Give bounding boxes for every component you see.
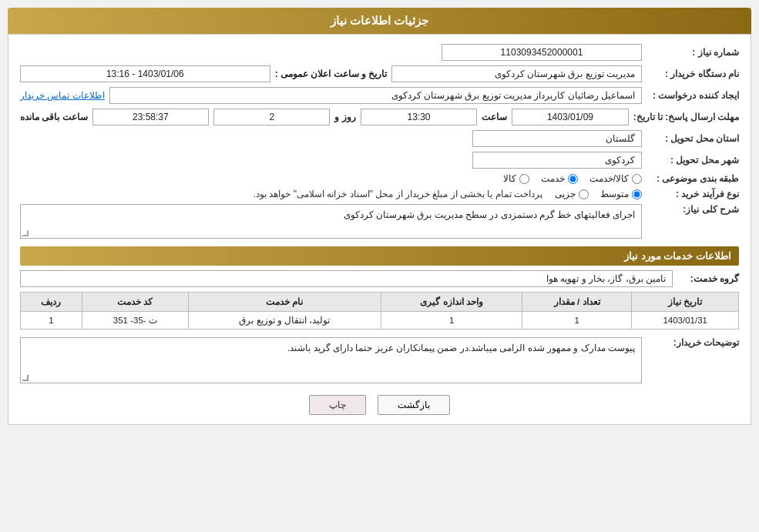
- category-goods-service-label: کالا/خدمت: [589, 173, 629, 184]
- deadline-time-label: ساعت: [482, 112, 507, 122]
- creator-row: ایجاد کننده درخواست : اسماعیل رضائیان کا…: [20, 87, 739, 104]
- need-desc-row: شرح کلی نیاز: اجرای فعالیتهای خط گرم دست…: [20, 204, 739, 239]
- resize-handle: [22, 230, 29, 236]
- org-name-value: مدیریت توزیع برق شهرستان کردکوی: [391, 65, 642, 82]
- contact-link[interactable]: اطلاعات تماس خریدار: [20, 90, 105, 101]
- date-value: 1403/01/06 - 13:16: [20, 65, 270, 82]
- purchase-type-medium-label: متوسط: [600, 189, 629, 199]
- purchase-type-row: نوع فرآیند خرید : متوسط جزیی پرداخت تمام…: [20, 189, 739, 199]
- deadline-days-label: روز و: [334, 112, 355, 122]
- purchase-type-medium: متوسط: [600, 189, 642, 199]
- buyer-notes-value: پیوست مدارک و ممهور شده الزامی میباشد.در…: [20, 337, 642, 383]
- table-header-row: تاریخ نیاز تعداد / مقدار واحد اندازه گیر…: [21, 293, 739, 312]
- purchase-type-label: نوع فرآیند خرید :: [646, 189, 739, 199]
- city-value: کردکوی: [472, 152, 642, 169]
- purchase-type-partial-radio[interactable]: [579, 189, 589, 199]
- main-card: شماره نیاز : 1103093452000001 نام دستگاه…: [8, 34, 751, 425]
- purchase-type-radio-group: متوسط جزیی: [555, 189, 642, 199]
- province-value: گلستان: [472, 130, 642, 147]
- deadline-remaining: 23:58:37: [92, 109, 209, 125]
- deadline-label: مهلت ارسال پاسخ: تا تاریخ:: [633, 112, 739, 122]
- service-group-label: گروه خدمت:: [677, 273, 739, 284]
- category-goods-label: کالا: [503, 173, 516, 184]
- cell-name: تولید، انتقال و توزیع برق: [188, 312, 381, 330]
- col-row-header: ردیف: [21, 293, 82, 312]
- buyer-notes-row: توضیحات خریدار: پیوست مدارک و ممهور شده …: [20, 337, 739, 383]
- province-label: استان محل تحویل :: [646, 133, 739, 144]
- button-row: بازگشت چاپ: [20, 395, 739, 415]
- col-count-header: تعداد / مقدار: [522, 293, 632, 312]
- purchase-type-partial: جزیی: [555, 189, 589, 199]
- category-goods-radio[interactable]: [519, 174, 529, 184]
- page-header: جزئیات اطلاعات نیاز: [8, 8, 751, 34]
- purchase-type-medium-radio[interactable]: [632, 189, 642, 199]
- col-unit-header: واحد اندازه گیری: [381, 293, 522, 312]
- service-group-value: تامین برق، گاز، بخار و تهویه هوا: [20, 270, 673, 287]
- category-goods: کالا: [503, 173, 529, 184]
- creator-label: ایجاد کننده درخواست :: [646, 90, 739, 101]
- deadline-date: 1403/01/09: [512, 109, 628, 125]
- need-desc-value: اجرای فعالیتهای خط گرم دستمزدی در سطح مد…: [20, 204, 642, 239]
- category-label: طبقه بندی موضوعی :: [646, 173, 739, 184]
- city-label: شهر محل تحویل :: [646, 155, 739, 166]
- services-table: تاریخ نیاز تعداد / مقدار واحد اندازه گیر…: [20, 292, 739, 330]
- deadline-time: 13:30: [361, 109, 477, 125]
- print-button[interactable]: چاپ: [309, 395, 366, 415]
- need-number-row: شماره نیاز : 1103093452000001: [20, 44, 739, 61]
- category-service-label: خدمت: [541, 173, 565, 184]
- category-service: خدمت: [541, 173, 578, 184]
- notes-resize-handle: [22, 375, 29, 381]
- category-row: طبقه بندی موضوعی : کالا/خدمت خدمت کالا: [20, 173, 739, 184]
- page-wrapper: جزئیات اطلاعات نیاز شماره نیاز : 1103093…: [0, 0, 759, 532]
- buyer-notes-label: توضیحات خریدار:: [646, 337, 739, 348]
- need-desc-label: شرح کلی نیاز:: [646, 204, 739, 215]
- col-name-header: نام خدمت: [188, 293, 381, 312]
- purchase-type-partial-label: جزیی: [555, 189, 576, 199]
- date-label: تاریخ و ساعت اعلان عمومی :: [275, 69, 388, 79]
- purchase-type-description: پرداخت تمام یا بخشی از مبلغ خریدار از مح…: [254, 189, 542, 199]
- need-number-label: شماره نیاز :: [646, 47, 739, 58]
- date-row: نام دستگاه خریدار : مدیریت توزیع برق شهر…: [20, 65, 739, 82]
- cell-date: 1403/01/31: [632, 312, 739, 330]
- cell-code: ت -35- 351: [82, 312, 188, 330]
- org-name-label: نام دستگاه خریدار :: [646, 69, 739, 79]
- col-date-header: تاریخ نیاز: [632, 293, 739, 312]
- services-section-title: اطلاعات خدمات مورد نیاز: [20, 246, 739, 266]
- service-group-row: گروه خدمت: تامین برق، گاز، بخار و تهویه …: [20, 270, 739, 287]
- cell-unit: 1: [381, 312, 522, 330]
- back-button[interactable]: بازگشت: [378, 395, 450, 415]
- category-service-radio[interactable]: [568, 174, 578, 184]
- deadline-row: مهلت ارسال پاسخ: تا تاریخ: 1403/01/09 سا…: [20, 109, 739, 125]
- city-row: شهر محل تحویل : کردکوی: [20, 152, 739, 169]
- deadline-days: 2: [213, 109, 330, 125]
- creator-value: اسماعیل رضائیان کاربرداز مدیریت توزیع بر…: [109, 87, 642, 104]
- col-code-header: کد خدمت: [82, 293, 188, 312]
- page-title: جزئیات اطلاعات نیاز: [331, 14, 428, 27]
- category-goods-service-radio[interactable]: [632, 174, 642, 184]
- cell-count: 1: [522, 312, 632, 330]
- category-goods-service: کالا/خدمت: [589, 173, 642, 184]
- province-row: استان محل تحویل : گلستان: [20, 130, 739, 147]
- category-radio-group: کالا/خدمت خدمت کالا: [503, 173, 642, 184]
- deadline-remaining-label: ساعت باقی مانده: [20, 112, 88, 122]
- need-number-value: 1103093452000001: [442, 44, 642, 61]
- cell-row: 1: [21, 312, 82, 330]
- table-row: 1403/01/31 1 1 تولید، انتقال و توزیع برق…: [21, 312, 739, 330]
